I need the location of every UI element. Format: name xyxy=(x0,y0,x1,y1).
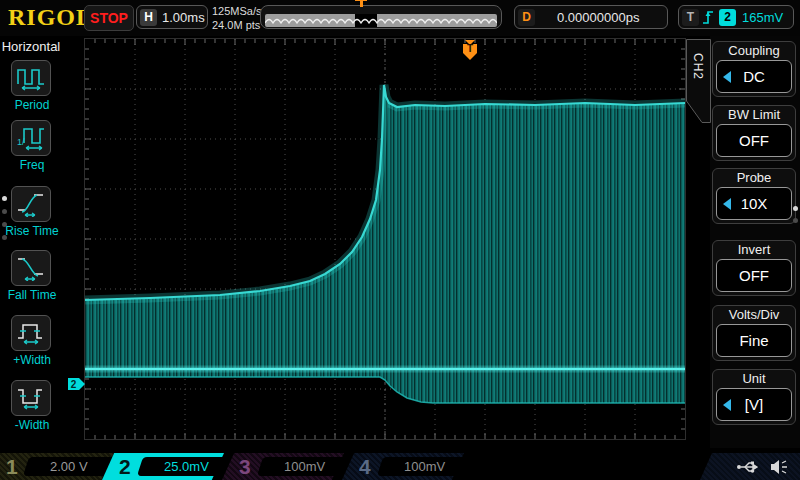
timebase-value: 1.00ms xyxy=(162,10,205,25)
measure-item-fall-time[interactable]: Fall Time xyxy=(11,250,53,302)
horizontal-timebase-box[interactable]: H 1.00ms xyxy=(136,5,208,29)
waveform-svg xyxy=(85,39,685,439)
right-menu-page-dots xyxy=(793,206,798,230)
coupling-button[interactable]: DC xyxy=(716,60,792,93)
channel3-scale-box: 100mV xyxy=(257,457,357,476)
channel4-scale-box: 100mV xyxy=(377,457,477,476)
trigger-level-value: 165mV xyxy=(742,10,783,25)
rising-edge-icon xyxy=(702,9,716,26)
volts-div-button[interactable]: Fine xyxy=(716,324,792,357)
fall-time-icon xyxy=(16,255,46,281)
channel2-level-marker[interactable]: 2 xyxy=(68,377,85,391)
oscilloscope-screen: RIGOL STOP H 1.00ms 125MSa/s 24.0M pts D… xyxy=(0,0,800,480)
menu-group-invert: Invert OFF xyxy=(712,240,796,296)
delay-value: 0.00000000ps xyxy=(557,10,639,25)
channel2-scale-box: 25.0mV xyxy=(137,457,237,476)
horizontal-position-preview[interactable] xyxy=(260,5,502,29)
channel1-scale-box: 2.00 V xyxy=(23,457,117,476)
bw-limit-label: BW Limit xyxy=(713,106,795,123)
trigger-box[interactable]: T 2 165mV xyxy=(678,5,794,29)
channel1-scale: 2.00 V xyxy=(50,459,88,474)
menu-group-bw-limit: BW Limit OFF xyxy=(712,105,796,161)
trigger-position-marker[interactable]: T xyxy=(463,39,477,61)
measure-menu-title: Horizontal xyxy=(0,39,62,54)
measure-item-period[interactable]: Period xyxy=(11,60,53,112)
rise-time-icon xyxy=(16,191,46,217)
run-state-indicator[interactable]: STOP xyxy=(84,5,134,31)
channel2-scale: 25.0mV xyxy=(164,459,209,474)
horizontal-badge: H xyxy=(140,9,157,26)
probe-button[interactable]: 10X xyxy=(716,187,792,220)
delay-box[interactable]: D 0.00000000ps xyxy=(514,5,668,29)
delay-badge: D xyxy=(518,9,535,26)
trigger-source-badge: 2 xyxy=(719,9,736,26)
menu-group-probe: Probe 10X xyxy=(712,168,796,224)
minus-width-icon xyxy=(16,385,46,411)
left-arrow-icon xyxy=(723,198,731,210)
bw-limit-button[interactable]: OFF xyxy=(716,124,792,157)
menu-group-coupling: Coupling DC xyxy=(712,41,796,97)
preview-waveform-icon xyxy=(265,14,497,27)
top-status-bar: RIGOL STOP H 1.00ms 125MSa/s 24.0M pts D… xyxy=(0,0,800,36)
plus-width-icon xyxy=(16,320,46,346)
measure-item-plus-width[interactable]: +Width xyxy=(11,315,53,367)
trigger-badge: T xyxy=(682,9,699,26)
menu-group-volts-div: Volts/Div Fine xyxy=(712,305,796,361)
freq-icon: 1/ xyxy=(16,125,46,151)
channel-tab-label: CH2 xyxy=(691,53,705,80)
channel-tab-ch2: CH2 xyxy=(686,39,711,123)
channel2-number: 2 xyxy=(119,453,131,480)
measure-item-minus-width[interactable]: -Width xyxy=(11,380,53,432)
preview-trigger-marker-icon[interactable] xyxy=(355,0,367,7)
measure-item-freq[interactable]: 1/ Freq xyxy=(11,120,53,172)
unit-label: Unit xyxy=(713,370,795,387)
status-icons-cell xyxy=(700,453,800,480)
waveform-display[interactable]: T 2 xyxy=(85,39,685,439)
usb-icon xyxy=(736,459,762,475)
invert-label: Invert xyxy=(713,241,795,258)
preview-track xyxy=(265,14,497,27)
memory-depth: 24.0M pts xyxy=(212,18,262,32)
probe-label: Probe xyxy=(713,169,795,186)
unit-button[interactable]: [V] xyxy=(716,388,792,421)
left-arrow-icon xyxy=(723,399,731,411)
svg-text:2: 2 xyxy=(71,379,77,390)
beeper-icon xyxy=(770,459,788,475)
svg-text:T: T xyxy=(467,43,473,54)
left-menu-page-dots xyxy=(2,196,7,248)
channel3-scale: 100mV xyxy=(284,459,325,474)
acquisition-info: 125MSa/s 24.0M pts xyxy=(212,4,262,32)
channel4-scale: 100mV xyxy=(404,459,445,474)
channel-status-bar: 1 2.00 V 2 25.0mV 3 100mV 4 xyxy=(0,453,800,480)
period-icon xyxy=(16,65,46,91)
sample-rate: 125MSa/s xyxy=(212,4,262,18)
channel-menu-panel: Coupling DC BW Limit OFF Probe 10X Inver… xyxy=(710,36,800,448)
left-arrow-icon xyxy=(723,71,731,83)
measure-item-rise-time[interactable]: Rise Time xyxy=(11,186,53,238)
invert-button[interactable]: OFF xyxy=(716,259,792,292)
channel1-number: 1 xyxy=(6,453,18,480)
left-measure-menu: Horizontal Period 1/ Freq Rise Time xyxy=(0,36,62,448)
channel3-number: 3 xyxy=(239,453,251,480)
coupling-label: Coupling xyxy=(713,42,795,59)
volts-div-label: Volts/Div xyxy=(713,306,795,323)
rigol-logo: RIGOL xyxy=(8,4,93,31)
menu-group-unit: Unit [V] xyxy=(712,369,796,425)
channel4-number: 4 xyxy=(359,453,371,480)
svg-text:1/: 1/ xyxy=(17,137,25,147)
